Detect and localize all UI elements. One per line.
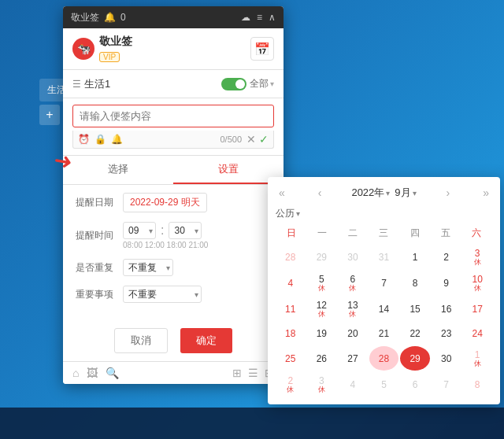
cal-day[interactable]: 25 (276, 346, 306, 371)
cal-day[interactable]: 2休 (276, 372, 306, 397)
cal-day[interactable]: 4 (276, 271, 306, 295)
confirm-note-button[interactable]: ✓ (259, 133, 269, 146)
cal-day[interactable]: 20 (338, 323, 368, 345)
weekday-thu: 四 (399, 225, 430, 242)
cal-day[interactable]: 13休 (338, 297, 368, 321)
cal-day[interactable]: 5 (369, 372, 399, 397)
remind-time-label: 提醒时间 (76, 229, 123, 242)
cal-day[interactable]: 27 (338, 346, 368, 371)
cal-month[interactable]: 9月 (395, 186, 416, 200)
remind-date-value[interactable]: 2022-09-29 明天 (123, 193, 207, 212)
minimize-icon[interactable]: ∧ (269, 12, 276, 23)
note-input[interactable] (72, 105, 274, 127)
cal-day[interactable]: 16 (432, 297, 461, 321)
weekday-mon: 一 (306, 225, 337, 242)
calendar-header: « ‹ 2022年 9月 › » (276, 185, 492, 201)
minute-select[interactable]: 30 00 15 (169, 222, 202, 239)
tab-bar: ☰ 生活1 全部 ▾ (63, 70, 284, 98)
important-select-wrap: 不重要 (123, 286, 202, 303)
cancel-button[interactable]: 取消 (114, 328, 168, 353)
toolbar-icons: ⏰ 🔒 🔔 (78, 134, 220, 145)
tab-select[interactable]: 选择 (63, 156, 173, 184)
cal-day[interactable]: 19 (307, 323, 337, 345)
cal-prev-button[interactable]: ‹ (315, 185, 325, 201)
app-header: 🐄 敬业签 VIP 📅 (63, 28, 284, 70)
calendar-panel: « ‹ 2022年 9月 › » 公历 日 一 二 三 四 五 六 282930… (268, 177, 500, 404)
toolbar-actions: ✕ ✓ (246, 133, 269, 146)
cal-day[interactable]: 14 (369, 297, 399, 321)
cal-day[interactable]: 11 (276, 297, 306, 321)
cal-day[interactable]: 2 (432, 245, 461, 269)
hour-select[interactable]: 09 08 10 (123, 222, 156, 239)
app-name-title: 敬业签 (71, 11, 99, 24)
cal-day[interactable]: 1休 (462, 346, 492, 371)
cal-day[interactable]: 6休 (338, 271, 368, 295)
cal-day[interactable]: 7 (369, 271, 399, 295)
cal-day[interactable]: 23 (432, 323, 461, 345)
cal-day[interactable]: 8 (400, 271, 430, 295)
cal-day[interactable]: 26 (307, 346, 337, 371)
tab-current[interactable]: 生活1 (84, 77, 110, 91)
confirm-button[interactable]: 确定 (180, 328, 232, 353)
cal-day[interactable]: 6 (400, 372, 430, 397)
cal-day[interactable]: 10休 (462, 271, 492, 295)
cancel-note-button[interactable]: ✕ (246, 133, 256, 146)
cloud-icon[interactable]: ☁ (241, 12, 250, 23)
cal-day[interactable]: 12休 (307, 297, 337, 321)
cal-next-button[interactable]: › (443, 185, 454, 201)
time-hints: 08:00 12:00 18:00 21:00 (123, 241, 208, 249)
bell-toolbar-icon[interactable]: 🔔 (111, 134, 123, 145)
cal-day[interactable]: 28 (369, 346, 399, 371)
cal-day[interactable]: 4 (338, 372, 368, 397)
cal-day[interactable]: 7 (432, 372, 461, 397)
calendar-grid: 日 一 二 三 四 五 六 28293031123休45休6休78910休111… (276, 225, 492, 397)
cal-day[interactable]: 17 (462, 297, 492, 321)
cal-day[interactable]: 3休 (307, 372, 337, 397)
cal-year[interactable]: 2022年 (351, 186, 390, 200)
cal-day[interactable]: 29 (400, 346, 430, 371)
tab-icon: ☰ (72, 79, 81, 90)
cal-day[interactable]: 5休 (307, 271, 337, 295)
cal-prev-prev-button[interactable]: « (276, 185, 288, 201)
tab-toggle[interactable] (221, 78, 246, 90)
search-icon[interactable]: 🔍 (106, 367, 119, 379)
tab-filter[interactable]: 全部 (250, 77, 269, 90)
calendar-weekdays: 日 一 二 三 四 五 六 (276, 225, 492, 242)
cal-day[interactable]: 30 (338, 245, 368, 269)
cal-day[interactable]: 24 (462, 323, 492, 345)
cal-next-next-button[interactable]: » (480, 185, 492, 201)
calendar-button[interactable]: 📅 (250, 37, 274, 61)
settings-tabs: 选择 设置 (63, 156, 284, 185)
desktop: 生活 + 敬业签 🔔 0 ☁ ≡ ∧ 🐄 敬业签 VIP (0, 0, 504, 439)
cal-day[interactable]: 30 (432, 346, 461, 371)
list-icon[interactable]: ☰ (248, 367, 258, 379)
calendar-type[interactable]: 公历 (276, 207, 492, 220)
weekday-sat: 六 (461, 225, 492, 242)
menu-icon[interactable]: ≡ (257, 12, 262, 23)
cal-day[interactable]: 9 (432, 271, 461, 295)
cal-day[interactable]: 28 (276, 245, 306, 269)
cal-day[interactable]: 22 (400, 323, 430, 345)
sidebar-add-button[interactable]: + (39, 105, 60, 125)
time-separator: : (161, 223, 164, 238)
clock-icon[interactable]: ⏰ (78, 134, 90, 145)
cal-day[interactable]: 15 (400, 297, 430, 321)
lock-icon[interactable]: 🔒 (94, 134, 106, 145)
cal-day[interactable]: 3休 (462, 245, 492, 269)
remind-time-row: 提醒时间 09 08 10 : 30 (76, 222, 271, 249)
grid-icon[interactable]: ⊞ (232, 367, 242, 379)
cal-day[interactable]: 21 (369, 323, 399, 345)
repeat-select[interactable]: 不重复 (123, 259, 173, 276)
image-icon[interactable]: 🖼 (87, 367, 98, 379)
arrow-indicator: ➜ (54, 148, 72, 174)
cal-day[interactable]: 29 (307, 245, 337, 269)
home-icon[interactable]: ⌂ (72, 367, 79, 379)
cal-day[interactable]: 8 (462, 372, 492, 397)
important-select[interactable]: 不重要 (123, 286, 202, 303)
cal-day[interactable]: 18 (276, 323, 306, 345)
tab-settings[interactable]: 设置 (173, 156, 284, 184)
cal-day[interactable]: 31 (369, 245, 399, 269)
repeat-row: 是否重复 不重复 (76, 259, 271, 276)
important-label: 重要事项 (76, 288, 123, 301)
cal-day[interactable]: 1 (400, 245, 430, 269)
